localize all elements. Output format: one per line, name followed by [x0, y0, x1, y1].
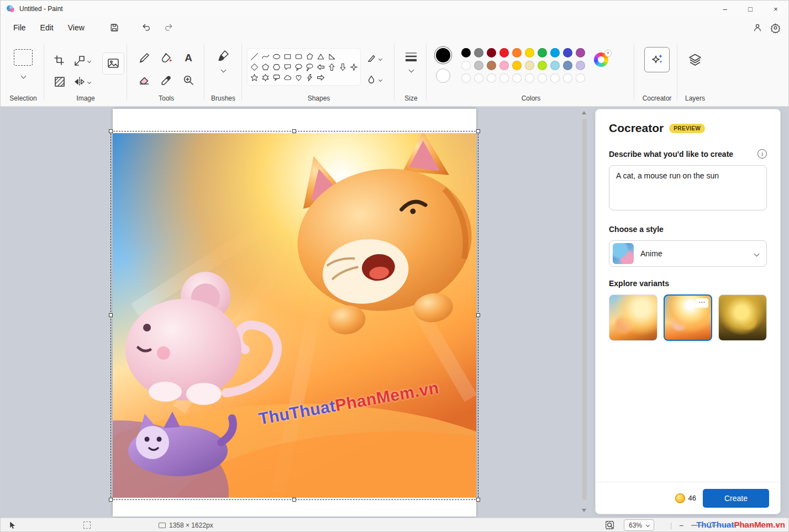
variant-more-button[interactable]: ⋯: [696, 298, 708, 308]
undo-button[interactable]: [137, 19, 156, 36]
shape-rectangle-icon[interactable]: [282, 51, 292, 61]
variant-thumbnail-3[interactable]: [718, 294, 767, 341]
layers-button[interactable]: [682, 47, 708, 72]
flip-chevron-icon[interactable]: [87, 80, 91, 83]
color-swatch[interactable]: [474, 48, 483, 57]
shape-fill-button[interactable]: [366, 75, 382, 85]
selection-handle[interactable]: [109, 129, 113, 133]
eraser-tool-icon[interactable]: [138, 74, 150, 86]
variant-thumbnail-2[interactable]: ⋯: [664, 294, 712, 341]
brush-icon[interactable]: [206, 49, 240, 64]
color-swatch[interactable]: [487, 48, 496, 57]
color-swatch[interactable]: [550, 61, 560, 70]
color-swatch[interactable]: [512, 48, 522, 57]
shape-five-point-star-icon[interactable]: [249, 72, 259, 82]
shape-round-callout-icon[interactable]: [293, 62, 303, 72]
maximize-button[interactable]: □: [738, 1, 763, 17]
shape-heart-icon[interactable]: [293, 72, 303, 82]
shape-arrow-right-icon[interactable]: [315, 72, 325, 82]
background-color-swatch[interactable]: [436, 69, 450, 83]
color-swatch[interactable]: [538, 48, 547, 57]
close-button[interactable]: ×: [763, 1, 788, 17]
file-menu[interactable]: File: [6, 20, 33, 35]
shape-pentagon-icon[interactable]: [260, 62, 270, 72]
scroll-down-icon[interactable]: [582, 509, 586, 512]
magnifier-tool-icon[interactable]: [182, 74, 194, 86]
color-swatch[interactable]: [525, 61, 534, 70]
selection-handle[interactable]: [476, 129, 480, 133]
shape-six-point-star-icon[interactable]: [260, 72, 270, 82]
shape-diamond-icon[interactable]: [249, 62, 259, 72]
color-swatch[interactable]: [499, 48, 509, 57]
view-menu[interactable]: View: [61, 20, 92, 35]
resize-icon[interactable]: [73, 55, 91, 67]
shape-curve-icon[interactable]: [260, 51, 270, 61]
shape-arrow-left-icon[interactable]: [315, 62, 325, 72]
empty-color-slot[interactable]: [550, 73, 560, 83]
shape-hexagon-icon[interactable]: [271, 62, 281, 72]
shape-outline-button[interactable]: [366, 54, 382, 64]
cocreator-button[interactable]: [644, 47, 670, 72]
flip-rotate-icon[interactable]: [73, 76, 91, 88]
color-swatch[interactable]: [563, 48, 572, 57]
color-swatch[interactable]: [550, 48, 560, 57]
color-swatch[interactable]: [474, 61, 483, 70]
selection-handle[interactable]: [476, 313, 480, 317]
zoom-out-icon[interactable]: −: [679, 518, 683, 532]
empty-color-slot[interactable]: [563, 73, 572, 83]
zoom-level-dropdown[interactable]: 63%: [624, 519, 654, 531]
shape-cloud-icon[interactable]: [282, 72, 292, 82]
brushes-chevron-icon[interactable]: [220, 67, 226, 73]
color-swatch[interactable]: [487, 61, 496, 70]
canvas-page[interactable]: ThuThuatPhanMem.vn: [113, 109, 476, 517]
variant-thumbnail-1[interactable]: [609, 294, 658, 341]
fill-tool-icon[interactable]: [160, 52, 172, 64]
shape-right-triangle-icon[interactable]: [327, 51, 336, 61]
selection-handle[interactable]: [292, 129, 296, 133]
color-swatch[interactable]: [538, 61, 547, 70]
shape-triangle-icon[interactable]: [315, 51, 325, 61]
account-icon[interactable]: [753, 23, 762, 33]
add-color-icon[interactable]: +: [604, 50, 612, 57]
shape-line-icon[interactable]: [249, 51, 259, 61]
size-chevron-icon[interactable]: [408, 67, 414, 73]
empty-color-slot[interactable]: [461, 73, 471, 83]
settings-gear-icon[interactable]: [770, 23, 781, 33]
color-swatch[interactable]: [461, 61, 471, 70]
scrollbar-thumb[interactable]: [582, 119, 587, 500]
shape-rect-callout-icon[interactable]: [282, 62, 292, 72]
shape-speech-bubble-icon[interactable]: [271, 72, 281, 82]
vertical-scrollbar[interactable]: [581, 109, 588, 514]
zoom-to-fit-button[interactable]: [605, 518, 614, 532]
scroll-up-icon[interactable]: [582, 111, 586, 114]
selection-dropdown-chevron-icon[interactable]: [20, 73, 26, 79]
selection-handle[interactable]: [292, 498, 296, 502]
shape-oval-icon[interactable]: [271, 51, 281, 61]
text-tool-icon[interactable]: A: [185, 52, 192, 64]
resize-chevron-icon[interactable]: [87, 59, 91, 62]
empty-color-slot[interactable]: [487, 73, 496, 83]
color-swatch[interactable]: [576, 48, 585, 57]
info-icon[interactable]: i: [758, 149, 767, 159]
empty-color-slot[interactable]: [474, 73, 483, 83]
color-swatch[interactable]: [512, 61, 522, 70]
color-swatch[interactable]: [576, 61, 585, 70]
create-button[interactable]: Create: [703, 489, 769, 508]
shape-four-point-star-icon[interactable]: [349, 62, 359, 72]
line-size-icon[interactable]: [396, 50, 426, 64]
color-picker-tool-icon[interactable]: [160, 74, 172, 86]
selection-handle[interactable]: [109, 498, 113, 502]
color-swatch[interactable]: [499, 61, 509, 70]
empty-color-slot[interactable]: [538, 73, 547, 83]
color-swatch[interactable]: [525, 48, 534, 57]
empty-color-slot[interactable]: [525, 73, 534, 83]
foreground-color-swatch[interactable]: [436, 48, 450, 62]
transparency-pattern-icon[interactable]: [54, 76, 66, 88]
image-options-button[interactable]: [102, 52, 124, 75]
empty-color-slot[interactable]: [499, 73, 509, 83]
minimize-button[interactable]: –: [712, 1, 738, 17]
shape-arrow-up-icon[interactable]: [327, 62, 336, 72]
shape-arrow-down-icon[interactable]: [338, 62, 348, 72]
shape-lightning-icon[interactable]: [304, 72, 314, 82]
selection-handle[interactable]: [109, 313, 113, 317]
